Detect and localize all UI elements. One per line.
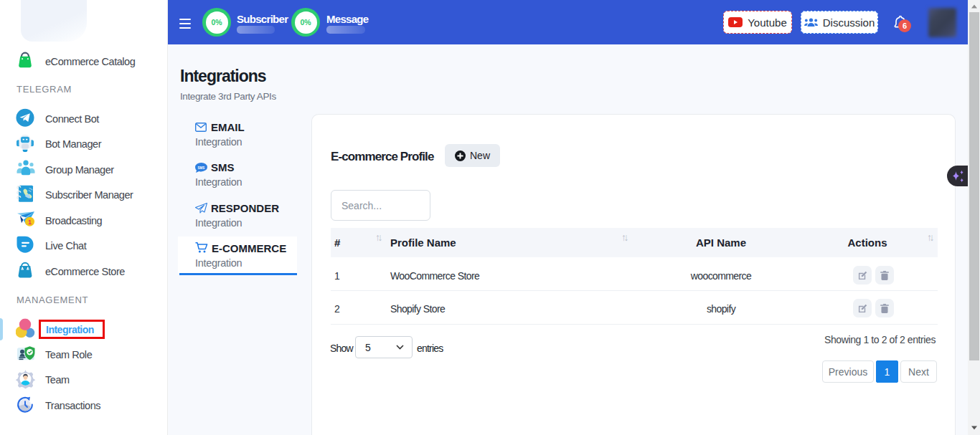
- svg-text:1: 1: [28, 219, 32, 226]
- svg-text:SMS: SMS: [198, 166, 205, 170]
